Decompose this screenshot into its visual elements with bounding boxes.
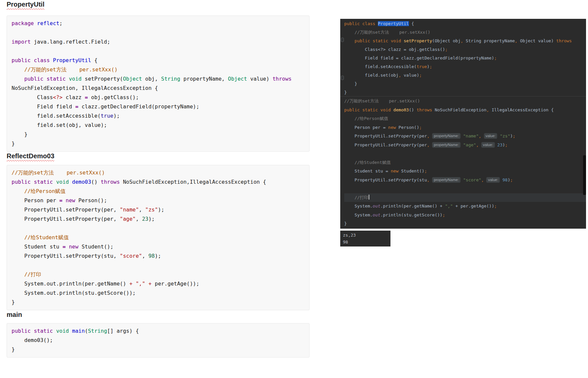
console-output: zs,23 98 [340, 231, 390, 246]
code-line: public static void demo03() throws NoSuc… [12, 177, 305, 187]
code-line: PropertyUtil.setProperty(stu, propertyNa… [344, 176, 586, 185]
ide-code-propertyutil: public class PropertyUtil { //万能的set方法 p… [344, 19, 586, 97]
ide-screenshot-propertyutil: public class PropertyUtil { //万能的set方法 p… [340, 19, 586, 97]
code-line [12, 28, 305, 37]
console-line: 98 [343, 239, 388, 246]
code-line: //给Person赋值 [12, 187, 305, 196]
code-line: System.out.println(per.getName() + "," +… [12, 279, 305, 288]
code-line: //打印 [12, 270, 305, 279]
code-line: //万能的set方法 per.setXxx() [12, 65, 305, 74]
code-line: //给Student赋值 [12, 233, 305, 242]
code-line [344, 184, 586, 193]
code-line: } [12, 130, 305, 139]
code-line: Person per = new Person(); [344, 123, 586, 132]
page-title-text: PropertyUtil [7, 1, 44, 8]
code-line: Person per = new Person(); [12, 196, 305, 205]
code-line: System.out.println(per.getName() + "," +… [344, 202, 586, 211]
code-line: } [12, 345, 305, 354]
code-line: PropertyUtil.setProperty(per, propertyNa… [344, 141, 586, 150]
code-block-main: public static void main(String[] args) {… [7, 323, 310, 358]
fold-marker-icon [341, 76, 344, 80]
section-title-reflectdemo03: ReflectDemo03 [7, 152, 310, 160]
ide-screenshot-demo03: //万能的set方法 per.setXxx()public static voi… [340, 96, 586, 229]
ide-code-demo03: //万能的set方法 per.setXxx()public static voi… [344, 97, 586, 228]
section-title-main: main [7, 310, 310, 319]
code-line: NoSuchFieldException, IllegalAccessExcep… [12, 84, 305, 93]
code-line: Class<?> clazz = obj.getClass(); [12, 93, 305, 102]
scrollbar-thumb [583, 155, 586, 195]
code-line: PropertyUtil.setProperty(per, "name", "z… [12, 205, 305, 214]
code-block-reflectdemo03: //万能的set方法 per.setXxx()public static voi… [7, 165, 310, 310]
code-line: } [12, 139, 305, 148]
code-line: field.setAccessible(true); [344, 62, 586, 71]
code-line: System.out.println(stu.getScore()); [344, 211, 586, 220]
code-line: } [344, 219, 586, 228]
code-line [12, 224, 305, 233]
code-line [12, 47, 305, 56]
code-line: //给Student赋值 [344, 158, 586, 167]
code-line: field.setAccessible(true); [12, 111, 305, 121]
text-caret [369, 195, 369, 200]
code-line: package reflect; [12, 19, 305, 28]
code-line: //给Person赋值 [344, 114, 586, 123]
section-title-reflectdemo03-text: ReflectDemo03 [7, 152, 55, 160]
code-line: public static void setProperty(Object ob… [12, 74, 305, 84]
code-line: //万能的set方法 per.setXxx() [12, 168, 305, 177]
code-line: //万能的set方法 per.setXxx() [344, 28, 586, 37]
code-line: } [344, 88, 586, 97]
code-line: public class PropertyUtil { [12, 56, 305, 65]
code-line: import java.lang.reflect.Field; [12, 37, 305, 47]
console-line: zs,23 [343, 232, 388, 239]
code-line: Field field = clazz.getDeclaredField(pro… [344, 54, 586, 62]
code-line: PropertyUtil.setProperty(per, propertyNa… [344, 132, 586, 141]
document-page: { "headings": { "property_util": "Proper… [0, 0, 588, 378]
code-line: System.out.println(stu.getScore()); [12, 288, 305, 298]
code-line: demo03(); [12, 336, 305, 345]
code-line: field.set(obj, value); [344, 71, 586, 80]
code-line: Student stu = new Student(); [12, 242, 305, 251]
code-line: //打印 [344, 193, 586, 202]
code-line: } [344, 80, 586, 88]
code-line: public static void setProperty(Object ob… [344, 37, 586, 45]
code-line: Class<?> clazz = obj.getClass(); [344, 45, 586, 54]
page-title: PropertyUtil [7, 0, 310, 9]
code-line: public class PropertyUtil { [344, 19, 586, 28]
code-line: Field field = clazz.getDeclaredField(pro… [12, 102, 305, 111]
code-block-propertyutil: package reflect; import java.lang.reflec… [7, 16, 310, 152]
code-line: } [12, 298, 305, 307]
notes-column: PropertyUtil package reflect; import jav… [7, 0, 310, 358]
code-line [344, 149, 586, 158]
code-line: public static void demo03() throws NoSuc… [344, 106, 586, 115]
code-line: field.set(obj, value); [12, 121, 305, 130]
fold-marker-icon [341, 38, 344, 42]
code-line: Student stu = new Student(); [344, 167, 586, 176]
code-line: PropertyUtil.setProperty(stu, "score", 9… [12, 251, 305, 261]
code-line: //万能的set方法 per.setXxx() [344, 97, 586, 106]
code-line [12, 261, 305, 270]
code-line: PropertyUtil.setProperty(per, "age", 23)… [12, 214, 305, 224]
code-line: public static void main(String[] args) { [12, 326, 305, 336]
